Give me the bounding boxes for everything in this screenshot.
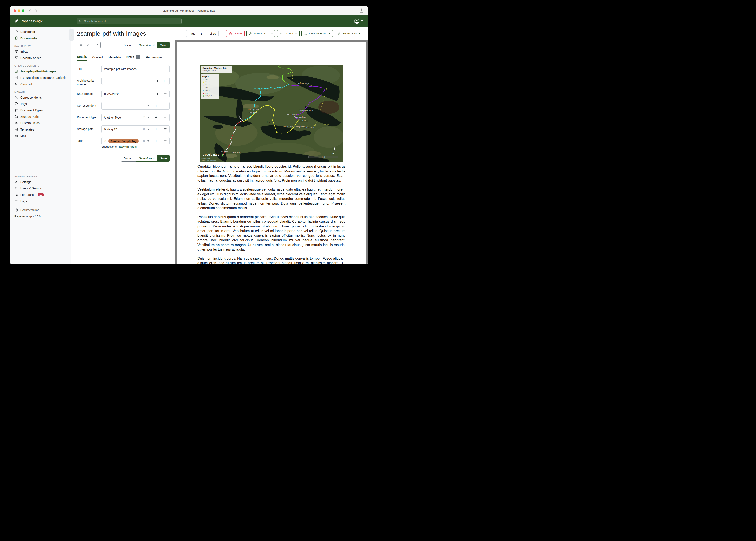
sidebar-item-h7-napoleon-bonaparte-zadanie[interactable]: H7_Napoleon_Bonaparte_zadanie [10,74,71,81]
asn-stepper[interactable] [157,80,158,82]
sidebar-item-logs[interactable]: Logs [10,198,71,204]
discard-button[interactable]: Discard [121,42,136,48]
actions-button[interactable]: Actions [277,30,300,37]
sidebar-item-label: Correspondents [20,96,42,99]
document-text: Curabitur bibendum ante urna, sed blandi… [197,164,345,264]
calendar-button[interactable] [152,90,161,98]
sidebar-collapse-button[interactable]: « [69,29,74,41]
asn-input[interactable] [104,79,157,83]
tab-notes[interactable]: Notes1 [126,55,141,61]
x-icon [14,82,18,86]
next-document-button[interactable] [93,42,101,48]
close-document-button[interactable] [77,42,85,48]
trash-icon [229,32,232,35]
pdf-viewer[interactable]: Hausons IslandNew York IslandGary Island… [175,40,368,264]
storage-path-filter-button[interactable] [161,125,170,133]
document-type-add-button[interactable]: + [152,114,161,122]
date-created-input[interactable] [104,92,149,96]
island-label: Half Dog Island [287,114,297,116]
share-icon[interactable] [360,8,364,13]
clear-all-tags-icon[interactable]: ✕ [104,139,107,143]
clear-value-icon[interactable]: ✕ [143,127,145,131]
date-filter-button[interactable] [161,90,170,98]
discard-button-bottom[interactable]: Discard [121,155,136,162]
map-text-annotation: Text [266,121,271,124]
sidebar-item-recently-added[interactable]: Recently Added [10,55,71,61]
sidebar-item-label: Settings [20,181,31,184]
files-icon [14,36,18,40]
search-box[interactable] [77,18,182,24]
tags-filter-button[interactable] [161,137,170,145]
tag-chip[interactable]: Another Sample Tag [108,139,139,144]
tags-add-button[interactable]: + [152,137,161,145]
user-menu[interactable] [354,18,363,24]
filter-lines-icon [163,140,167,143]
tab-metadata[interactable]: Metadata [108,56,121,61]
sidebar-item-templates[interactable]: Templates [10,126,71,133]
page-number-widget: Page of 10 [186,30,219,37]
suggestion-link[interactable]: TagWithPartial [119,145,137,148]
storage-path-add-button[interactable]: + [152,125,161,133]
save-button-bottom[interactable]: Save [157,155,170,162]
tags-select[interactable]: ✕ Another Sample Tag ✕ [101,137,152,145]
sidebar-item-dashboard[interactable]: Dashboard [10,28,71,35]
previous-document-button[interactable] [85,42,93,48]
avatar-icon [354,18,359,24]
search-input[interactable] [84,19,179,23]
sidebar-item-correspondents[interactable]: Correspondents [10,94,71,101]
sidebar-item-label: File Tasks [20,193,34,197]
app-brand[interactable]: Paperless-ngx [10,19,71,23]
correspondent-select[interactable] [101,102,152,110]
island-label: Norway Island [295,126,304,128]
tab-permissions[interactable]: Permissions [146,56,162,61]
legend-item: Day 5 [202,89,217,91]
correspondent-add-button[interactable]: + [152,102,161,110]
sidebar-item-label: Custom Fields [20,122,40,125]
save-button[interactable]: Save [157,42,170,48]
document-type-filter-button[interactable] [161,114,170,122]
svg-text:N: N [332,152,334,155]
page-title: 2sample-pdf-with-images [77,30,184,37]
tab-details[interactable]: Details [77,55,87,61]
user-menu-caret-icon [361,20,363,22]
search-icon [79,20,82,23]
sidebar-item-close-all[interactable]: Close all [10,81,71,87]
page-number-input[interactable] [200,32,204,35]
sidebar-item-document-types[interactable]: Document Types [10,107,71,113]
share-links-button[interactable]: Share Links [335,30,363,37]
sidebar-item-2sample-pdf-with-images[interactable]: 2sample-pdf-with-images [10,68,71,74]
sidebar-item-custom-fields[interactable]: Custom Fields [10,120,71,126]
route-marker-icon [202,81,204,83]
download-button[interactable]: Download [246,30,269,37]
correspondent-filter-button[interactable] [161,102,170,110]
download-options-button[interactable] [269,30,275,37]
title-input[interactable] [104,67,167,71]
sidebar-item-settings[interactable]: Settings [10,179,71,185]
legend-item: Day 3 [202,84,217,86]
sidebar-item-documents[interactable]: Documents [10,35,71,41]
sidebar-item-label: Recently Added [20,56,41,60]
doc-icon [14,76,18,79]
save-and-next-button-bottom[interactable]: Save & next [136,155,158,162]
clear-value-icon[interactable]: ✕ [143,139,145,143]
sidebar-section-title: OPEN DOCUMENTS [14,65,67,67]
save-and-next-button[interactable]: Save & next [136,42,158,48]
clear-value-icon[interactable]: ✕ [143,116,145,119]
sidebar-item-mail[interactable]: Mail [10,133,71,139]
sidebar-item-label: 2sample-pdf-with-images [20,70,56,73]
storage-path-select[interactable]: Testing 12✕ [101,125,152,133]
island-label: Hausons Island [298,83,309,84]
sidebar-item-storage-paths[interactable]: Storage Paths [10,113,71,120]
logs-icon [14,199,18,203]
sidebar-item-documentation[interactable]: Documentation [10,207,71,213]
sidebar-item-users-groups[interactable]: Users & Groups [10,185,71,192]
sidebar-item-tags[interactable]: Tags [10,101,71,107]
sidebar-item-file-tasks[interactable]: File Tasks16 [10,192,71,198]
tab-content[interactable]: Content [92,56,103,61]
custom-fields-button[interactable]: Custom Fields [301,30,333,37]
page-stepper[interactable] [205,32,207,35]
sidebar-item-inbox[interactable]: Inbox [10,48,71,55]
document-type-select[interactable]: Another Type✕ [101,114,152,122]
asn-plus-one-button[interactable]: +1 [161,77,170,85]
delete-button[interactable]: Delete [226,30,245,37]
